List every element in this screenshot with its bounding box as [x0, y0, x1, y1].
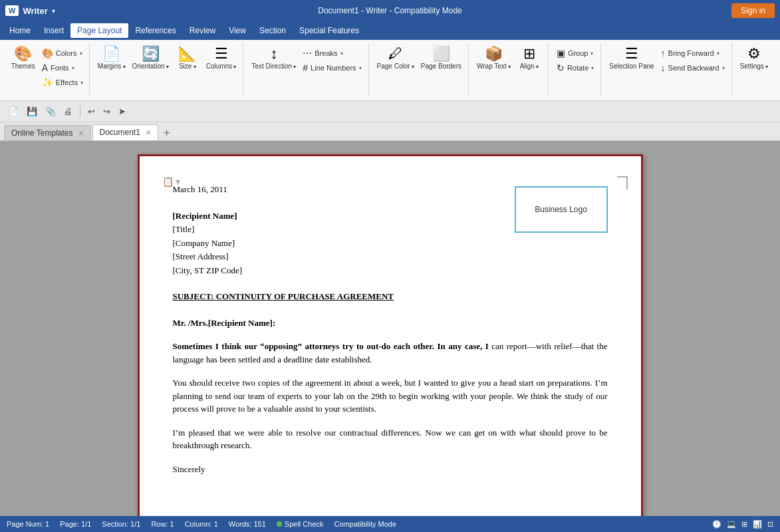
line-numbers-icon: # [303, 63, 308, 73]
text-direction-button[interactable]: ↕ Text Direction [249, 44, 299, 72]
qa-new[interactable]: 📄 [5, 104, 21, 118]
menu-page-layout[interactable]: Page Layout [70, 23, 128, 38]
selection-pane-button[interactable]: ☰ Selection Pane [606, 44, 656, 72]
text-direction-label: Text Direction [251, 63, 296, 70]
tab-add-button[interactable]: + [160, 126, 174, 140]
qa-next[interactable]: ➤ [116, 104, 128, 118]
status-page-num: Page Num: 1 [7, 520, 49, 528]
qa-save[interactable]: 💾 [24, 104, 40, 118]
menu-bar: Home Insert Page Layout References Revie… [0, 21, 780, 40]
margins-button[interactable]: 📄 Margins [95, 44, 128, 72]
colors-arrow: ▾ [80, 51, 82, 57]
paragraph2: You should receive two copies of the agr… [173, 376, 608, 416]
status-bar: Page Num: 1 Page: 1/1 Section: 1/1 Row: … [0, 516, 780, 532]
bring-forward-label: Bring Forward [668, 49, 714, 57]
effects-label: Effects [56, 78, 78, 86]
status-icon-4[interactable]: 📊 [753, 520, 762, 529]
status-icon-1[interactable]: 🕐 [712, 520, 721, 529]
orientation-button[interactable]: 🔄 Orientation [130, 44, 172, 72]
breaks-icon: ⋯ [303, 48, 312, 59]
app-name: Writer [23, 6, 47, 16]
breaks-button[interactable]: ⋯ Breaks ▾ [300, 47, 345, 60]
title-bar: W Writer ▾ Document1 - Writer - Compatib… [0, 0, 780, 21]
page-color-items: 🖊 Page Color ⬜ Page Borders [374, 44, 464, 94]
margins-icon: 📄 [102, 47, 120, 61]
status-icon-3[interactable]: ⊞ [741, 520, 747, 529]
ribbon-themes-items: 🎨 Themes 🎨 Colors ▾ A Fonts ▾ ✨ Effects … [9, 44, 86, 94]
fonts-label: Fonts [51, 64, 69, 72]
menu-section[interactable]: Section [253, 23, 293, 38]
status-right: 🕐 💻 ⊞ 📊 ⊡ [712, 520, 773, 529]
fonts-arrow: ▾ [72, 65, 74, 71]
line-numbers-button[interactable]: # Line Numbers ▾ [300, 61, 364, 74]
effects-button[interactable]: ✨ Effects ▾ [39, 76, 86, 89]
status-icon-2[interactable]: 💻 [727, 520, 736, 529]
themes-button[interactable]: 🎨 Themes [9, 44, 38, 72]
send-backward-button[interactable]: ↓ Send Backward ▾ [658, 61, 727, 74]
ribbon: 🎨 Themes 🎨 Colors ▾ A Fonts ▾ ✨ Effects … [0, 40, 780, 101]
tab-document1-close[interactable]: ✕ [146, 129, 151, 136]
orientation-icon: 🔄 [142, 47, 160, 61]
tab-document1-label: Document1 [100, 128, 140, 137]
sign-in-button[interactable]: Sign in [731, 3, 775, 18]
document-page[interactable]: 📋 ▾ Business Logo March 16, 2011 [Recipi… [138, 154, 643, 516]
ribbon-group-selection: ☰ Selection Pane ↑ Bring Forward ▾ ↓ Sen… [602, 43, 731, 96]
align-button[interactable]: ⊞ Align [515, 44, 544, 72]
page-borders-button[interactable]: ⬜ Page Borders [418, 44, 464, 72]
menu-home[interactable]: Home [3, 23, 37, 38]
text-direction-icon: ↕ [270, 47, 277, 61]
status-page: Page: 1/1 [60, 520, 91, 528]
rotate-icon: ↻ [557, 63, 565, 73]
orientation-label: Orientation [132, 63, 169, 70]
qa-print[interactable]: 🖨 [61, 104, 75, 118]
colors-icon: 🎨 [42, 48, 53, 59]
paragraph3: I’m pleased that we were able to resolve… [173, 426, 608, 452]
spell-check-label: Spell Check [285, 520, 324, 528]
text-dir-items: ↕ Text Direction ⋯ Breaks ▾ # Line Numbe… [249, 44, 364, 94]
margins-label: Margins [98, 63, 126, 70]
settings-icon: ⚙ [747, 47, 761, 61]
effects-icon: ✨ [42, 77, 53, 88]
page-color-button[interactable]: 🖊 Page Color [374, 44, 417, 72]
page-color-icon: 🖊 [388, 47, 403, 61]
tab-online-templates[interactable]: Online Templates ✕ [4, 125, 91, 140]
qa-undo[interactable]: ↩ [85, 104, 98, 118]
tabs-bar: Online Templates ✕ Document1 ✕ + [0, 122, 780, 141]
title-bar-right: Sign in [731, 3, 775, 18]
menu-special-features[interactable]: Special Features [293, 23, 366, 38]
city-address: [City, ST ZIP Code] [173, 264, 608, 277]
subject-text: SUBJECT: CONTINUITY OF PURCHASE AGREEMEN… [173, 291, 394, 301]
tab-document1[interactable]: Document1 ✕ [92, 124, 158, 140]
status-icon-5[interactable]: ⊡ [767, 520, 773, 529]
page-borders-label: Page Borders [421, 63, 461, 70]
company-name: [Company Name] [173, 237, 608, 250]
menu-insert[interactable]: Insert [37, 23, 70, 38]
group-label: Group [568, 49, 588, 57]
page-borders-icon: ⬜ [432, 47, 450, 61]
bring-forward-button[interactable]: ↑ Bring Forward ▾ [658, 47, 722, 60]
align-label: Align [520, 63, 539, 70]
title-bar-left: W Writer ▾ [5, 5, 55, 16]
size-label: Size [179, 63, 196, 70]
status-words: Words: 151 [229, 520, 266, 528]
columns-icon: ☰ [215, 47, 228, 61]
business-logo-box: Business Logo [515, 186, 608, 233]
menu-review[interactable]: Review [183, 23, 222, 38]
columns-button[interactable]: ☰ Columns [203, 44, 239, 72]
settings-button[interactable]: ⚙ Settings [737, 44, 771, 72]
app-dropdown[interactable]: ▾ [52, 7, 55, 15]
qa-redo[interactable]: ↪ [100, 104, 113, 118]
rotate-button[interactable]: ↻ Rotate ▾ [554, 61, 596, 74]
colors-button[interactable]: 🎨 Colors ▾ [39, 47, 85, 60]
qa-pdf[interactable]: 📎 [43, 104, 59, 118]
wrap-text-button[interactable]: 📦 Wrap Text [474, 44, 513, 72]
size-button[interactable]: 📐 Size [173, 44, 202, 72]
menu-references[interactable]: References [128, 23, 182, 38]
salutation-text: Mr. /Mrs.[Recipient Name]: [173, 318, 276, 328]
group-button[interactable]: ▣ Group ▾ [554, 47, 596, 60]
status-mode: Compatibility Mode [334, 520, 397, 528]
fonts-button[interactable]: A Fonts ▾ [39, 61, 77, 74]
menu-view[interactable]: View [222, 23, 253, 38]
spell-dot [277, 521, 282, 527]
tab-online-templates-close[interactable]: ✕ [78, 130, 84, 137]
